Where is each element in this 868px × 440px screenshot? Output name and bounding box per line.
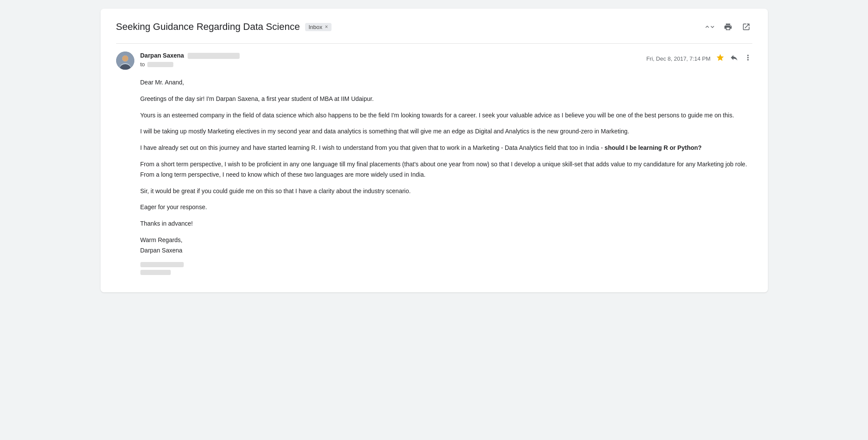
reply-icon[interactable] [730, 53, 738, 64]
nav-arrows-icon[interactable] [704, 21, 716, 33]
sender-email-redacted [188, 53, 240, 59]
print-icon[interactable] [722, 21, 734, 33]
svg-point-4 [122, 55, 128, 61]
sender-to-row: to [140, 61, 240, 68]
email-title-area: Seeking Guidance Regarding Data Science … [116, 21, 332, 32]
to-label: to [140, 61, 145, 68]
sender-row: Darpan Saxena to Fri, Dec 8, 2017, 7:14 … [116, 52, 752, 70]
star-icon[interactable] [716, 53, 725, 64]
email-subject: Seeking Guidance Regarding Data Science [116, 21, 300, 32]
open-new-icon[interactable] [740, 21, 752, 33]
body-para1: Greetings of the day sir! I'm Darpan Sax… [140, 94, 752, 104]
sender-right: Fri, Dec 8, 2017, 7:14 PM [646, 53, 752, 64]
inbox-badge: Inbox × [305, 23, 332, 31]
body-para2: Yours is an esteemed company in the fiel… [140, 110, 752, 121]
body-para4: I have already set out on this journey a… [140, 143, 752, 153]
closing-text: Warm Regards, [140, 236, 183, 243]
more-options-icon[interactable] [744, 53, 752, 64]
sender-name-row: Darpan Saxena [140, 52, 240, 59]
body-para4-bold: should I be learning R or Python? [605, 144, 702, 151]
header-actions [704, 21, 752, 33]
signoff-name: Darpan Saxena [140, 247, 182, 254]
email-container: Seeking Guidance Regarding Data Science … [101, 9, 768, 292]
signature-redacted-1 [140, 262, 184, 267]
sender-name: Darpan Saxena [140, 52, 184, 59]
signature-redacted-2 [140, 270, 171, 275]
recipient-redacted [147, 62, 173, 67]
body-para5: From a short term perspective, I wish to… [140, 159, 752, 180]
sender-left: Darpan Saxena to [116, 52, 240, 70]
inbox-label: Inbox [309, 24, 322, 30]
sender-info: Darpan Saxena to [140, 52, 240, 68]
body-para8: Thanks in advance! [140, 219, 752, 229]
email-body: Dear Mr. Anand, Greetings of the day sir… [116, 78, 752, 275]
body-para4-pre: I have already set out on this journey a… [140, 144, 603, 151]
body-para6: Sir, it would be great if you could guid… [140, 186, 752, 197]
closing: Warm Regards, Darpan Saxena [140, 235, 752, 256]
timestamp: Fri, Dec 8, 2017, 7:14 PM [646, 55, 710, 62]
body-para7: Eager for your response. [140, 202, 752, 213]
avatar [116, 52, 134, 70]
greeting: Dear Mr. Anand, [140, 78, 752, 88]
inbox-close-button[interactable]: × [325, 24, 328, 30]
email-header-row: Seeking Guidance Regarding Data Science … [116, 21, 752, 33]
header-divider [116, 43, 752, 44]
body-para3: I will be taking up mostly Marketing ele… [140, 126, 752, 137]
